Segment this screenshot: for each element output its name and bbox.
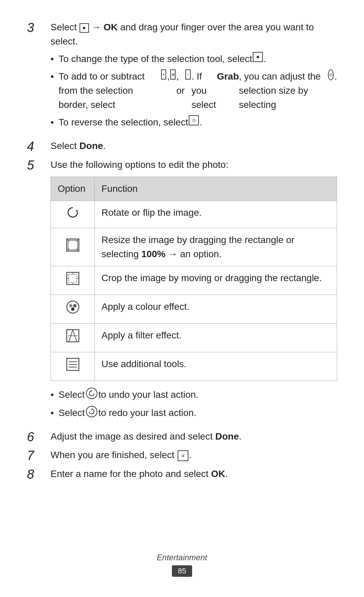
svg-point-15: [73, 304, 77, 307]
tools-svg: [65, 357, 80, 372]
step-6: 6 Adjust the image as desired and select…: [27, 429, 337, 445]
step-number-4: 4: [27, 139, 47, 154]
undo-icon: [86, 388, 97, 399]
crop-icon: [65, 271, 80, 290]
step-number-3: 3: [27, 20, 47, 36]
step-5-text: Use the following options to edit the ph…: [51, 159, 229, 170]
step-3-content: Select ■ → OK and drag your finger over …: [51, 20, 337, 133]
crop-function: Crop the image by moving or dragging the…: [95, 266, 337, 295]
bullet-reverse: To reverse the selection, select ⊡.: [51, 115, 337, 129]
step-4-text: Select Done.: [51, 141, 105, 151]
step-8-content: Enter a name for the photo and select OK…: [51, 467, 337, 481]
table-row-crop: Crop the image by moving or dragging the…: [51, 266, 337, 295]
colour-icon: [65, 300, 80, 319]
table-header-function: Function: [95, 177, 337, 201]
table-row-colour: Apply a colour effect.: [51, 295, 337, 323]
step-8: 8 Enter a name for the photo and select …: [27, 467, 337, 482]
svg-marker-0: [75, 210, 78, 212]
icon-add1: ▪: [161, 69, 166, 80]
svg-rect-8: [69, 274, 77, 282]
reverse-icon: ⊡: [189, 115, 199, 125]
step-6-content: Adjust the image as desired and select D…: [51, 429, 337, 444]
svg-point-16: [71, 307, 74, 311]
filter-function: Apply a filter effect.: [95, 323, 337, 352]
after-table-bullets: Select to undo your last action. Select …: [51, 388, 337, 420]
bullet-undo: Select to undo your last action.: [51, 388, 337, 402]
resize-svg: [65, 238, 80, 252]
filter-svg: [65, 328, 80, 343]
tools-icon-cell: [51, 352, 95, 381]
svg-rect-2: [68, 240, 78, 250]
grab-icon: ⊙: [328, 69, 334, 80]
resize-icon-cell: [51, 228, 95, 266]
filter-icon: [65, 328, 80, 347]
rotate-svg: [66, 206, 80, 219]
table-row-rotate: Rotate or flip the image.: [51, 201, 337, 228]
rotate-icon-cell: [51, 201, 95, 228]
step-8-text: Enter a name for the photo and select OK…: [51, 469, 228, 479]
selection-tool-icon: ■: [253, 52, 263, 62]
rotate-icon: [66, 206, 80, 219]
icon-add3: ▫: [185, 69, 191, 80]
table-row-tools: Use additional tools.: [51, 352, 337, 381]
step-number-7: 7: [27, 448, 47, 464]
icon-add2: ⊞: [170, 69, 176, 80]
footer-title: Entertainment: [0, 553, 364, 562]
step-5: 5 Use the following options to edit the …: [27, 158, 337, 424]
step-7-text: When you are finished, select ≡.: [51, 450, 192, 460]
page-footer: Entertainment 85: [0, 553, 364, 577]
options-table: Option Function Rotate or f: [51, 177, 337, 381]
colour-function: Apply a colour effect.: [95, 295, 337, 323]
step-3-bullets: To change the type of the selection tool…: [51, 52, 337, 129]
step-number-8: 8: [27, 467, 47, 482]
svg-marker-26: [92, 408, 93, 410]
rotate-function: Rotate or flip the image.: [95, 201, 337, 228]
filter-icon-cell: [51, 323, 95, 352]
step-6-text: Adjust the image as desired and select D…: [51, 431, 242, 442]
svg-point-14: [69, 304, 72, 307]
svg-point-13: [67, 301, 79, 313]
tools-function: Use additional tools.: [95, 352, 337, 381]
table-header-option: Option: [51, 177, 95, 201]
table-row-resize: Resize the image by dragging the rectang…: [51, 228, 337, 266]
redo-icon: [86, 406, 97, 417]
bullet-redo: Select to redo your last action.: [51, 406, 337, 420]
step-number-5: 5: [27, 158, 47, 173]
crop-svg: [65, 271, 80, 286]
bullet-change-type: To change the type of the selection tool…: [51, 52, 337, 66]
step-number-6: 6: [27, 429, 47, 445]
table-row-filter: Apply a filter effect.: [51, 323, 337, 352]
crop-icon-cell: [51, 266, 95, 295]
step-4: 4 Select Done.: [27, 139, 337, 154]
svg-marker-25: [90, 390, 92, 392]
bullet-add-subtract: To add to or subtract from the selection…: [51, 69, 337, 112]
colour-icon-cell: [51, 295, 95, 323]
resize-icon: [65, 238, 80, 257]
menu-icon: ≡: [178, 450, 188, 461]
step-4-content: Select Done.: [51, 139, 337, 153]
footer-page-number: 85: [172, 565, 192, 577]
tools-icon: [65, 357, 80, 376]
step-3: 3 Select ■ → OK and drag your finger ove…: [27, 20, 337, 133]
step-7: 7 When you are finished, select ≡.: [27, 448, 337, 464]
step-5-content: Use the following options to edit the ph…: [51, 158, 337, 424]
resize-function: Resize the image by dragging the rectang…: [95, 228, 337, 266]
step-3-text: Select ■ → OK and drag your finger over …: [51, 22, 314, 47]
colour-svg: [65, 300, 80, 315]
step-7-content: When you are finished, select ≡.: [51, 448, 337, 462]
